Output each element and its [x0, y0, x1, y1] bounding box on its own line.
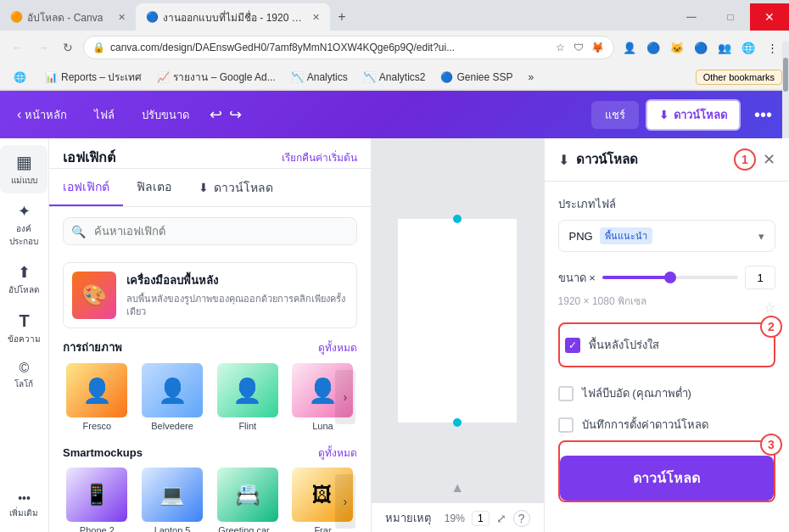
tab-filter[interactable]: ฟิลเตอ	[123, 169, 185, 206]
save-settings-checkbox[interactable]	[558, 417, 574, 433]
more-ext-btn[interactable]: ⋮	[762, 37, 782, 58]
share-button[interactable]: แชร์	[591, 101, 639, 129]
effect-fresco[interactable]: 👤 Fresco	[63, 363, 132, 431]
size-label: ขนาด ×	[558, 269, 596, 287]
search-input[interactable]	[63, 217, 357, 245]
sidebar-item-text[interactable]: T ข้อความ	[0, 305, 48, 352]
back-arrow-icon: ‹	[17, 107, 21, 122]
more-options-button[interactable]: •••	[747, 102, 779, 128]
sidebar-item-design[interactable]: ▦ แม่แบบ	[0, 145, 48, 193]
sidebar-item-uploads[interactable]: ⬆ อัปโหลด	[0, 256, 48, 303]
back-button[interactable]: ←	[7, 37, 27, 58]
photography-see-all[interactable]: ดูทั้งหมด	[318, 339, 357, 356]
left-panel-header: เอฟเฟิกต์ เรียกคืนค่าเริ่มต้น	[49, 138, 371, 169]
canvas-content[interactable]	[398, 219, 517, 423]
tool-promo[interactable]: 🎨 เครื่องมือลบพื้นหลัง ลบพื้นหลังของรูปภ…	[63, 262, 357, 328]
bookmark-icon-4: 📉	[363, 71, 376, 83]
forward-button[interactable]: →	[32, 37, 53, 58]
url-text: canva.com/design/DAEnswGedH0/7amf8yMmN1O…	[110, 42, 542, 53]
profile-btn[interactable]: 👤	[619, 37, 640, 58]
check-icon: ✓	[568, 339, 577, 351]
resize-button[interactable]: ปรับขนาด	[135, 103, 196, 127]
maximize-button[interactable]: □	[711, 3, 750, 31]
download-panel-header: ⬇ ดาวน์โหลด 1 ✕	[545, 138, 789, 182]
laptop5-thumb: 💻	[142, 468, 203, 522]
canvas-handle-top[interactable]	[453, 215, 462, 223]
new-tab-button[interactable]: +	[330, 3, 354, 31]
ext-btn3[interactable]: 🔵	[691, 37, 711, 58]
size-slider[interactable]	[602, 276, 738, 279]
profile-icon[interactable]: 🦊	[590, 40, 605, 55]
share-label: แชร์	[605, 109, 625, 121]
promo-title: เครื่องมือลบพื้นหลัง	[126, 272, 348, 289]
tab1-close[interactable]: ✕	[118, 12, 126, 23]
effect-flint[interactable]: 👤 Flint	[213, 363, 282, 431]
bookmarks-item-1[interactable]: 📊 Reports – ประเทศ	[38, 67, 148, 87]
canvas-area[interactable]: ▲	[372, 138, 544, 502]
star-icon[interactable]: ☆	[552, 40, 568, 55]
uploads-icon: ⬆	[18, 263, 31, 282]
sidebar-item-more[interactable]: ••• เพิ่มเติม	[0, 484, 48, 526]
address-bar[interactable]: 🔒 canva.com/design/DAEnswGedH0/7amf8yMmN…	[83, 36, 614, 59]
ext-btn1[interactable]: 🔵	[643, 37, 663, 58]
bookmarks-item-4[interactable]: 📉 Analytics2	[356, 70, 433, 85]
bookmarks-item-0[interactable]: 🌐	[7, 70, 36, 85]
canvas-scroll-up[interactable]: ▲	[450, 480, 464, 496]
smartmockups-grid-wrapper: 📱 Phone 2 💻 Laptop 5 📇 G	[63, 468, 357, 532]
tab-effects[interactable]: เอฟเฟิกต์	[49, 169, 123, 206]
ext-btn2[interactable]: 🐱	[667, 37, 687, 58]
other-bookmarks[interactable]: Other bookmarks	[696, 70, 782, 85]
ext-btn5[interactable]: 🌐	[738, 37, 758, 58]
smartmockups-carousel-next[interactable]: ›	[335, 474, 355, 529]
compress-checkbox[interactable]	[558, 386, 574, 401]
canvas-outer: ▲ หมายเหตุ 19% 1 ⤢ ?	[372, 138, 544, 532]
sidebar: ▦ แม่แบบ ✦ องค์ประกอบ ⬆ อัปโหลด T ข้อควา…	[0, 138, 49, 532]
bookmarks-item-5[interactable]: 🔵 Geniee SSP	[434, 70, 519, 85]
download-header-button[interactable]: ⬇ ดาวน์โหลด	[646, 99, 741, 131]
sidebar-item-logo[interactable]: © โลโก้	[0, 354, 48, 397]
effect-belvedere[interactable]: 👤 Belvedere	[138, 363, 207, 431]
smartmockups-see-all[interactable]: ดูทั้งหมด	[318, 445, 357, 461]
canvas-scroll[interactable]	[372, 138, 544, 502]
design-icon: ▦	[16, 152, 32, 172]
smartmockup-phone2[interactable]: 📱 Phone 2	[63, 468, 132, 532]
tab2-label: งานออกแบบที่ไม่มีชื่อ - 1920 × 1080	[163, 9, 307, 25]
redo-button[interactable]: ↪	[229, 105, 242, 124]
file-type-value: PNG	[569, 230, 593, 243]
bookmarks-item-2[interactable]: 📈 รายงาน – Google Ad...	[150, 67, 282, 87]
size-input[interactable]	[745, 266, 775, 289]
bookmarks-item-3[interactable]: 📉 Analytics	[284, 70, 355, 85]
back-home-button[interactable]: ‹ หน้าหลัก	[10, 103, 74, 127]
reload-button[interactable]: ↻	[58, 37, 78, 58]
smartmockup-greeting[interactable]: 📇 Greeting car...	[213, 468, 282, 532]
browser-tab-2[interactable]: 🔵 งานออกแบบที่ไม่มีชื่อ - 1920 × 1080 ✕	[136, 3, 330, 31]
file-type-select[interactable]: PNG พื้นแนะนำ ▾	[558, 220, 775, 252]
uploads-label: อัปโหลด	[8, 283, 40, 296]
more-bookmarks-button[interactable]: »	[522, 70, 541, 85]
close-window-button[interactable]: ✕	[750, 3, 789, 31]
sidebar-item-elements[interactable]: ✦ องค์ประกอบ	[0, 195, 48, 255]
undo-button[interactable]: ↩	[210, 105, 222, 124]
help-icon[interactable]: ?	[513, 510, 530, 527]
star-favorite-icon[interactable]: ☆	[764, 300, 775, 316]
transparent-checkbox[interactable]: ✓	[565, 338, 580, 353]
expand-icon[interactable]: ⤢	[496, 512, 506, 525]
restore-button[interactable]: เรียกคืนค่าเริ่มต้น	[282, 149, 357, 165]
ext-btn4[interactable]: 👥	[714, 37, 735, 58]
download-panel-close[interactable]: ✕	[763, 150, 775, 169]
photography-carousel-next[interactable]: ›	[335, 370, 355, 424]
canvas-handle-bottom[interactable]	[453, 418, 462, 427]
tab-download[interactable]: ⬇ ดาวน์โหลด	[185, 169, 287, 206]
text-icon: T	[19, 311, 29, 331]
smartmockup-laptop5[interactable]: 💻 Laptop 5	[138, 468, 207, 532]
page-number: 1	[478, 512, 484, 524]
download-final-button[interactable]: ดาวน์โหลด	[560, 456, 774, 501]
file-menu-button[interactable]: ไฟล์	[87, 103, 121, 127]
tab2-close[interactable]: ✕	[312, 12, 320, 23]
laptop5-label: Laptop 5	[154, 525, 191, 532]
minimize-button[interactable]: ─	[672, 3, 711, 31]
page-number-box[interactable]: 1	[472, 511, 490, 526]
effects-tab-label: เอฟเฟิกต์	[63, 180, 109, 193]
browser-tab-1[interactable]: 🟠 อัปโหลด - Canva ✕	[0, 3, 136, 31]
shield-icon[interactable]: 🛡	[571, 40, 586, 55]
